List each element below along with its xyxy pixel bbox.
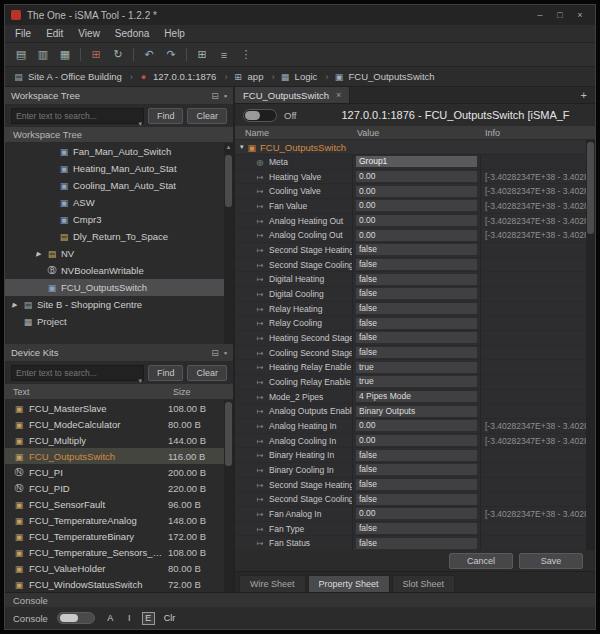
- tree-item[interactable]: ASW: [5, 194, 224, 211]
- cancel-button[interactable]: Cancel: [449, 553, 513, 569]
- session-history-icon[interactable]: [108, 46, 128, 64]
- collapse-panel-icon[interactable]: [211, 91, 219, 101]
- tree-item[interactable]: ▶ NV: [5, 245, 224, 262]
- value-field[interactable]: false: [356, 288, 477, 299]
- menu-item[interactable]: Edit: [46, 28, 63, 39]
- value-field[interactable]: false: [356, 244, 477, 255]
- expand-arrow-icon[interactable]: ▶: [10, 301, 19, 309]
- workspace-find-button[interactable]: Find: [148, 108, 184, 124]
- tab-fcu-outputsswitch[interactable]: FCU_OutputsSwitch ×: [235, 87, 350, 103]
- kit-row[interactable]: FCU_Multiply 144.00 B: [5, 432, 224, 448]
- expand-arrow-icon[interactable]: ▶: [34, 250, 43, 258]
- grid-view-icon[interactable]: [192, 46, 212, 64]
- tree-item[interactable]: Dly_Return_To_Space: [5, 228, 224, 245]
- kit-row[interactable]: FCU_TemperatureAnalog 148.00 B: [5, 512, 224, 528]
- undo-icon[interactable]: [139, 46, 159, 64]
- kits-scrollbar[interactable]: [224, 400, 233, 592]
- value-field[interactable]: false: [356, 347, 477, 358]
- kit-row[interactable]: FCU_ModeCalculator 80.00 B: [5, 416, 224, 432]
- pin-panel-icon[interactable]: [224, 91, 227, 101]
- kits-search-input[interactable]: [11, 365, 144, 381]
- grid-scrollbar[interactable]: [586, 140, 595, 550]
- kit-row[interactable]: FCU_PI 200.00 B: [5, 464, 224, 480]
- value-field[interactable]: false: [356, 479, 477, 490]
- pin-panel-icon[interactable]: [224, 348, 227, 358]
- value-field[interactable]: false: [356, 274, 477, 285]
- tree-item[interactable]: Cooling_Man_Auto_Stat: [5, 177, 224, 194]
- close-button[interactable]: ×: [571, 8, 589, 22]
- value-field[interactable]: false: [356, 494, 477, 505]
- new-workspace-icon[interactable]: [11, 46, 31, 64]
- tree-item[interactable]: ▶ Site B - Shopping Centre: [5, 296, 224, 313]
- device-connect-icon[interactable]: [86, 46, 106, 64]
- kits-clear-button[interactable]: Clear: [187, 365, 227, 381]
- tree-item[interactable]: Heating_Man_Auto_Stat: [5, 160, 224, 177]
- kit-row[interactable]: FCU_TemperatureBinary 172.00 B: [5, 528, 224, 544]
- kit-row[interactable]: FCU_WindowStatusSwitch 72.00 B: [5, 576, 224, 592]
- workspace-tree-scrollbar[interactable]: ▲: [224, 143, 233, 344]
- value-field[interactable]: false: [356, 332, 477, 343]
- tree-item[interactable]: NVBooleanWritable: [5, 262, 224, 279]
- collapse-panel-icon[interactable]: [211, 348, 219, 358]
- kit-row[interactable]: FCU_SensorFault 96.00 B: [5, 496, 224, 512]
- collapse-arrow-icon[interactable]: ▾: [240, 143, 244, 151]
- col-value[interactable]: Value: [353, 128, 481, 138]
- sheet-tab[interactable]: Wire Sheet: [239, 575, 306, 592]
- console-toggle[interactable]: [57, 612, 95, 624]
- console-filter-button[interactable]: A: [104, 612, 117, 625]
- dropdown-arrow-icon[interactable]: [138, 112, 142, 130]
- breadcrumb-item[interactable]: 127.0.0.1:1876 ›: [138, 71, 228, 82]
- breadcrumb-item[interactable]: Site A - Office Building ›: [13, 71, 133, 82]
- workspace-clear-button[interactable]: Clear: [187, 108, 227, 124]
- value-field[interactable]: 0.00: [356, 420, 477, 431]
- scroll-up-icon[interactable]: ▲: [224, 143, 233, 152]
- kits-col-size[interactable]: Size: [173, 387, 233, 397]
- kit-row[interactable]: FCU_OutputsSwitch 116.00 B: [5, 448, 224, 464]
- value-field[interactable]: 0.00: [356, 230, 477, 241]
- tree-item[interactable]: FCU_OutputsSwitch: [5, 279, 224, 296]
- breadcrumb-item[interactable]: app ›: [233, 71, 275, 82]
- breadcrumb-item[interactable]: FCU_OutputsSwitch: [334, 71, 435, 82]
- value-field[interactable]: false: [356, 464, 477, 475]
- workspace-search-input[interactable]: [11, 108, 144, 124]
- kit-row[interactable]: FCU_ValueHolder 80.00 B: [5, 560, 224, 576]
- value-field[interactable]: false: [356, 259, 477, 270]
- value-field[interactable]: 4 Pipes Mode: [356, 391, 477, 402]
- sheet-tab[interactable]: Property Sheet: [308, 575, 390, 592]
- breadcrumb-item[interactable]: Logic ›: [280, 71, 329, 82]
- console-filter-button[interactable]: E: [142, 612, 155, 625]
- sheet-tab[interactable]: Slot Sheet: [392, 575, 456, 592]
- tree-item[interactable]: Fan_Man_Auto_Switch: [5, 143, 224, 160]
- value-field[interactable]: 0.00: [356, 435, 477, 446]
- value-field[interactable]: false: [356, 450, 477, 461]
- menu-item[interactable]: Help: [164, 28, 185, 39]
- value-field[interactable]: false: [356, 318, 477, 329]
- value-field[interactable]: Group1: [356, 156, 477, 167]
- console-clear-button[interactable]: Clr: [164, 613, 176, 623]
- kits-col-text[interactable]: Text: [5, 387, 173, 397]
- save-button[interactable]: Save: [519, 553, 583, 569]
- col-name[interactable]: Name: [235, 128, 353, 138]
- value-field[interactable]: 0.00: [356, 508, 477, 519]
- save-workspace-icon[interactable]: [55, 46, 75, 64]
- kit-row[interactable]: FCU_PID 220.00 B: [5, 480, 224, 496]
- menu-item[interactable]: View: [78, 28, 100, 39]
- power-toggle[interactable]: [243, 109, 277, 122]
- add-tab-button[interactable]: +: [573, 87, 595, 103]
- dropdown-arrow-icon[interactable]: [138, 369, 142, 387]
- value-field[interactable]: false: [356, 303, 477, 314]
- component-group-row[interactable]: ▾ FCU_OutputsSwitch: [235, 140, 586, 155]
- col-info[interactable]: Info: [481, 128, 595, 138]
- maximize-button[interactable]: □: [551, 8, 569, 22]
- menu-item[interactable]: File: [15, 28, 31, 39]
- value-field[interactable]: 0.00: [356, 200, 477, 211]
- kits-find-button[interactable]: Find: [148, 365, 184, 381]
- value-field[interactable]: false: [356, 523, 477, 534]
- scrollbar-thumb[interactable]: [225, 402, 232, 466]
- value-field[interactable]: true: [356, 376, 477, 387]
- value-field[interactable]: 0.00: [356, 186, 477, 197]
- redo-icon[interactable]: [161, 46, 181, 64]
- tab-close-icon[interactable]: ×: [336, 90, 341, 100]
- open-workspace-icon[interactable]: [33, 46, 53, 64]
- scrollbar-thumb[interactable]: [225, 155, 232, 207]
